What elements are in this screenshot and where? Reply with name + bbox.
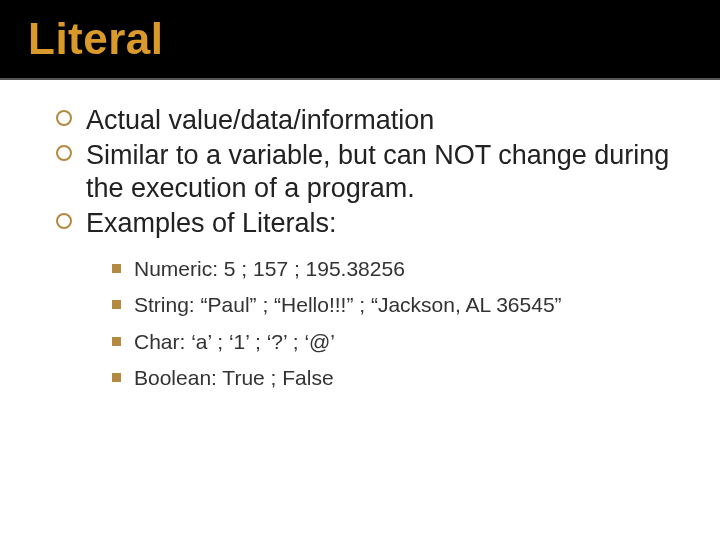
circle-bullet-icon (56, 145, 72, 161)
bullet-text: Examples of Literals: (86, 208, 337, 238)
circle-bullet-icon (56, 110, 72, 126)
bullet-text: Actual value/data/information (86, 105, 434, 135)
sub-item: Boolean: True ; False (112, 363, 684, 393)
sub-text: Numeric: 5 ; 157 ; 195.38256 (134, 257, 405, 280)
bullet-item: Examples of Literals: Numeric: 5 ; 157 ;… (56, 207, 684, 394)
sub-text: String: “Paul” ; “Hello!!!” ; “Jackson, … (134, 293, 562, 316)
sub-text: Char: ‘a’ ; ‘1’ ; ‘?’ ; ‘@’ (134, 330, 335, 353)
slide-header: Literal (0, 0, 720, 80)
sub-item: String: “Paul” ; “Hello!!!” ; “Jackson, … (112, 290, 684, 320)
sub-bullet-list: Numeric: 5 ; 157 ; 195.38256 String: “Pa… (112, 254, 684, 394)
square-bullet-icon (112, 264, 121, 273)
square-bullet-icon (112, 300, 121, 309)
bullet-text: Similar to a variable, but can NOT chang… (86, 140, 669, 203)
slide-body: Actual value/data/information Similar to… (0, 80, 720, 420)
square-bullet-icon (112, 373, 121, 382)
sub-text: Boolean: True ; False (134, 366, 334, 389)
bullet-item: Actual value/data/information (56, 104, 684, 137)
main-bullet-list: Actual value/data/information Similar to… (56, 104, 684, 394)
bullet-item: Similar to a variable, but can NOT chang… (56, 139, 684, 205)
square-bullet-icon (112, 337, 121, 346)
circle-bullet-icon (56, 213, 72, 229)
slide-title: Literal (28, 14, 700, 64)
sub-item: Numeric: 5 ; 157 ; 195.38256 (112, 254, 684, 284)
sub-item: Char: ‘a’ ; ‘1’ ; ‘?’ ; ‘@’ (112, 327, 684, 357)
